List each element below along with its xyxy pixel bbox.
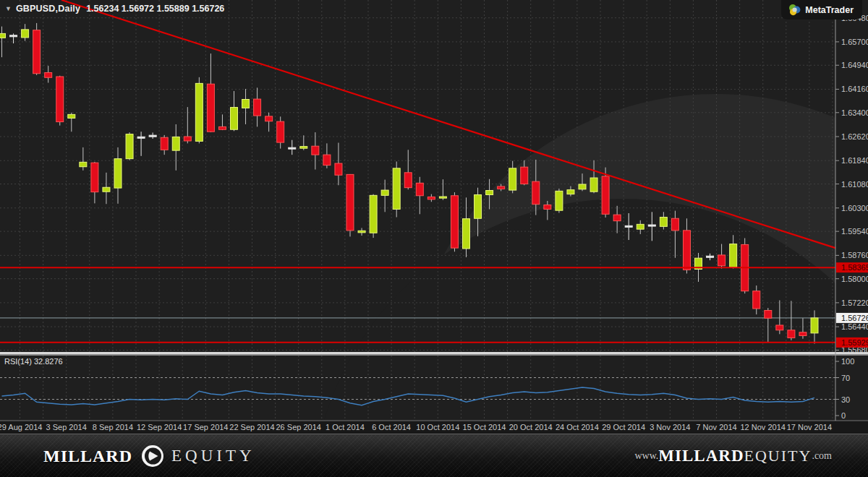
candle-body bbox=[637, 224, 644, 229]
date-label: 22 Sep 2014 bbox=[229, 423, 274, 431]
candle-body bbox=[161, 137, 168, 150]
candle-body bbox=[0, 33, 6, 38]
url-com-text: .com bbox=[812, 450, 832, 462]
date-label: 12 Sep 2014 bbox=[137, 423, 182, 431]
candle-body bbox=[707, 256, 714, 257]
candle-body bbox=[671, 218, 678, 231]
candle-body bbox=[590, 178, 597, 192]
candle-body bbox=[718, 255, 726, 266]
date-label: 6 Oct 2014 bbox=[372, 423, 411, 431]
url-www-text: www. bbox=[634, 450, 658, 462]
date-label: 10 Oct 2014 bbox=[416, 423, 459, 431]
candle-body bbox=[114, 159, 122, 188]
candle-body bbox=[22, 30, 29, 38]
candle-body bbox=[56, 77, 64, 122]
candle-body bbox=[439, 197, 446, 198]
price-tag-red-label: 1.58365 bbox=[841, 263, 868, 272]
candle-body bbox=[300, 147, 307, 149]
candle-body bbox=[776, 325, 783, 330]
rsi-axis-label: 70 bbox=[841, 374, 850, 382]
date-label: 17 Sep 2014 bbox=[183, 423, 228, 431]
price-axis-label: 1.62620 bbox=[841, 132, 868, 141]
price-axis-label: 1.64940 bbox=[841, 61, 868, 69]
candle-body bbox=[416, 183, 423, 195]
chart-dropdown-icon[interactable]: ▼ bbox=[5, 6, 12, 12]
candle-body bbox=[381, 190, 388, 195]
footer-banner: MILLARD EQUITY www. MILLARD EQUITY .com bbox=[0, 434, 868, 477]
candle-body bbox=[358, 231, 365, 233]
footer-equity-text: EQUITY bbox=[171, 447, 255, 465]
candle-body bbox=[544, 205, 551, 210]
price-axis-label: 1.65700 bbox=[841, 38, 868, 46]
footer-brand: MILLARD EQUITY bbox=[43, 434, 255, 477]
price-chart: 1.664801.657001.649401.641601.634001.626… bbox=[0, 0, 868, 434]
candle-body bbox=[427, 197, 435, 199]
candle-body bbox=[80, 162, 87, 166]
candle-body bbox=[277, 121, 284, 142]
candle-body bbox=[195, 83, 203, 141]
date-label: 29 Aug 2014 bbox=[0, 423, 42, 431]
candle-body bbox=[521, 167, 528, 184]
candle-body bbox=[184, 137, 191, 141]
candle-body bbox=[323, 155, 331, 165]
candle-body bbox=[254, 99, 261, 116]
candle-body bbox=[370, 195, 377, 233]
candle-body bbox=[811, 318, 818, 333]
rsi-axis-label: 0 bbox=[841, 411, 846, 420]
candle-body bbox=[265, 116, 273, 121]
ohlc-values-label: 1.56234 1.56972 1.55889 1.56726 bbox=[86, 4, 224, 14]
footer-website-url: www. MILLARD EQUITY .com bbox=[634, 434, 832, 477]
url-millard-text: MILLARD bbox=[658, 447, 744, 465]
date-label: 7 Nov 2014 bbox=[696, 423, 736, 431]
metatrader-chart-window: 1.664801.657001.649401.641601.634001.626… bbox=[0, 0, 868, 477]
candle-body bbox=[393, 168, 400, 210]
price-axis-label: 1.64160 bbox=[841, 85, 868, 93]
date-label: 3 Sep 2014 bbox=[46, 423, 87, 431]
price-axis-label: 1.56440 bbox=[841, 322, 868, 331]
date-label: 15 Oct 2014 bbox=[463, 423, 506, 431]
price-axis-label: 1.58760 bbox=[841, 251, 868, 259]
date-label: 1 Oct 2014 bbox=[326, 423, 365, 431]
symbol-period-label: GBPUSD,Daily bbox=[16, 4, 80, 14]
candle-body bbox=[498, 186, 505, 189]
footer-millard-text: MILLARD bbox=[43, 447, 132, 466]
date-label: 17 Nov 2014 bbox=[787, 423, 832, 431]
candle-body bbox=[753, 291, 760, 309]
candle-body bbox=[579, 184, 586, 189]
candle-body bbox=[242, 100, 250, 108]
candle-body bbox=[567, 190, 574, 194]
panel-separator-shadow bbox=[0, 354, 868, 356]
candle-body bbox=[683, 231, 690, 270]
candle-body bbox=[730, 244, 737, 267]
candle-body bbox=[137, 137, 145, 138]
url-equity-text: EQUITY bbox=[744, 447, 812, 465]
candle-body bbox=[625, 225, 632, 227]
candle-body bbox=[788, 330, 795, 338]
rsi-indicator-label: RSI(14) 32.8276 bbox=[4, 357, 63, 366]
date-label: 29 Oct 2014 bbox=[602, 423, 645, 431]
candle-body bbox=[602, 176, 609, 214]
candle-body bbox=[231, 108, 238, 130]
panel-separator bbox=[0, 352, 868, 354]
candle-body bbox=[45, 72, 52, 77]
price-axis-label: 1.63400 bbox=[841, 108, 868, 117]
candle-body bbox=[91, 163, 98, 192]
candle-body bbox=[10, 35, 17, 37]
candle-body bbox=[765, 311, 772, 319]
candle-body bbox=[172, 137, 179, 150]
candle-body bbox=[149, 135, 156, 137]
candle-body bbox=[404, 173, 412, 188]
millard-equity-logo-icon bbox=[141, 444, 164, 468]
date-label: 24 Oct 2014 bbox=[556, 423, 599, 431]
price-axis-label: 1.61080 bbox=[841, 180, 868, 189]
date-label: 8 Sep 2014 bbox=[93, 423, 133, 431]
candle-body bbox=[463, 219, 470, 249]
candle-body bbox=[475, 194, 482, 218]
candle-body bbox=[451, 196, 458, 248]
date-label: 3 Nov 2014 bbox=[650, 423, 690, 431]
price-tag-red-label: 1.55929 bbox=[841, 338, 868, 347]
date-label: 20 Oct 2014 bbox=[509, 423, 553, 431]
date-label: 26 Sep 2014 bbox=[276, 423, 321, 431]
date-label: 12 Nov 2014 bbox=[741, 423, 786, 431]
candle-body bbox=[532, 181, 540, 205]
